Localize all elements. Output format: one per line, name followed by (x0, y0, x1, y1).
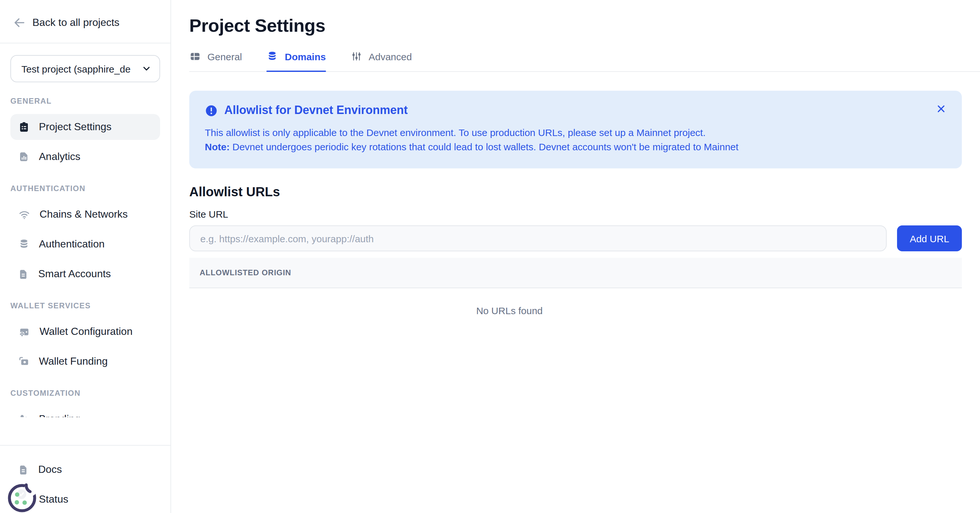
domains-panel: Allowlist for Devnet Environment This al… (189, 91, 962, 316)
tab-general[interactable]: General (189, 47, 242, 71)
cookie-consent-button[interactable] (7, 483, 37, 513)
wifi-icon (18, 208, 30, 221)
site-url-label: Site URL (189, 208, 962, 219)
back-arrow-icon (13, 16, 26, 29)
database-icon (18, 238, 30, 250)
wallet-gear-icon (18, 326, 30, 338)
sidebar-item-analytics[interactable]: Analytics (10, 144, 160, 170)
chevron-down-icon (141, 64, 152, 74)
main-content: Project Settings General Domains Advance… (171, 0, 980, 513)
file-icon (18, 268, 29, 280)
banner-note-label: Note: (205, 141, 230, 152)
project-selector-value: Test project (sapphire_de (21, 63, 137, 74)
close-icon[interactable] (936, 104, 946, 114)
sidebar-item-docs[interactable]: Docs (10, 457, 160, 483)
url-input-row: Add URL (189, 226, 962, 251)
sidebar-item-label: Branding (39, 413, 80, 417)
tab-advanced[interactable]: Advanced (350, 47, 412, 71)
sidebar-item-project-settings[interactable]: Project Settings (10, 114, 160, 140)
sidebar-item-label: Project Settings (39, 121, 111, 133)
sidebar-item-label: Wallet Funding (39, 356, 108, 367)
sidebar-nav: GENERAL Project Settings Analytics AUTHE… (0, 82, 170, 417)
sidebar-item-smart-accounts[interactable]: Smart Accounts (10, 261, 160, 287)
devnet-allowlist-banner: Allowlist for Devnet Environment This al… (189, 91, 962, 168)
allowlist-table-header: ALLOWLISTED ORIGIN (189, 258, 962, 288)
sidebar-item-label: Docs (38, 464, 62, 475)
app-window: Back to all projects Test project (sapph… (0, 0, 980, 513)
site-url-input[interactable] (189, 226, 887, 251)
tab-label: Domains (285, 51, 326, 62)
empty-state-text: No URLs found (189, 288, 830, 316)
banner-line1: This allowlist is only applicable to the… (205, 127, 705, 138)
section-label-general: GENERAL (10, 97, 160, 106)
sidebar-item-wallet-configuration[interactable]: Wallet Configuration (10, 319, 160, 345)
info-icon (205, 104, 218, 117)
allowlisted-origin-column-header: ALLOWLISTED ORIGIN (200, 268, 291, 277)
sidebar-item-branding[interactable]: Branding (10, 406, 160, 417)
analytics-icon (18, 151, 30, 163)
sidebar-item-label: Chains & Networks (40, 208, 128, 220)
section-label-customization: CUSTOMIZATION (10, 389, 160, 398)
tab-domains[interactable]: Domains (267, 47, 326, 71)
sidebar-item-label: Analytics (39, 151, 80, 163)
add-url-button[interactable]: Add URL (897, 226, 962, 251)
tab-bar: General Domains Advanced (189, 47, 980, 72)
tab-label: Advanced (369, 51, 412, 62)
database-icon (267, 51, 278, 62)
sidebar-item-chains-networks[interactable]: Chains & Networks (10, 202, 160, 227)
sidebar-divider (0, 43, 170, 43)
sidebar: Back to all projects Test project (sapph… (0, 0, 171, 513)
project-selector-dropdown[interactable]: Test project (sapphire_de (10, 55, 160, 82)
back-to-projects-link[interactable]: Back to all projects (0, 0, 170, 29)
back-label: Back to all projects (32, 17, 119, 29)
clipboard-icon (18, 121, 30, 133)
banknote-icon (18, 356, 30, 367)
banner-body: This allowlist is only applicable to the… (205, 125, 946, 154)
doc-icon (18, 464, 29, 475)
sidebar-item-label: Status (39, 494, 68, 505)
allowlist-urls-heading: Allowlist URLs (189, 184, 962, 200)
sidebar-item-label: Wallet Configuration (40, 326, 132, 337)
sidebar-item-label: Smart Accounts (38, 268, 111, 280)
table-grid-icon (189, 51, 201, 62)
branding-icon (18, 413, 30, 417)
page-title: Project Settings (189, 16, 325, 36)
tab-label: General (207, 51, 242, 62)
section-label-authentication: AUTHENTICATION (10, 184, 160, 193)
sidebar-item-authentication[interactable]: Authentication (10, 231, 160, 257)
sidebar-item-wallet-funding[interactable]: Wallet Funding (10, 348, 160, 374)
banner-note-text: Devnet undergoes periodic key rotations … (230, 141, 738, 152)
banner-title: Allowlist for Devnet Environment (224, 104, 408, 117)
sidebar-item-label: Authentication (39, 238, 105, 250)
sliders-icon (350, 51, 362, 62)
section-label-wallet-services: WALLET SERVICES (10, 301, 160, 310)
